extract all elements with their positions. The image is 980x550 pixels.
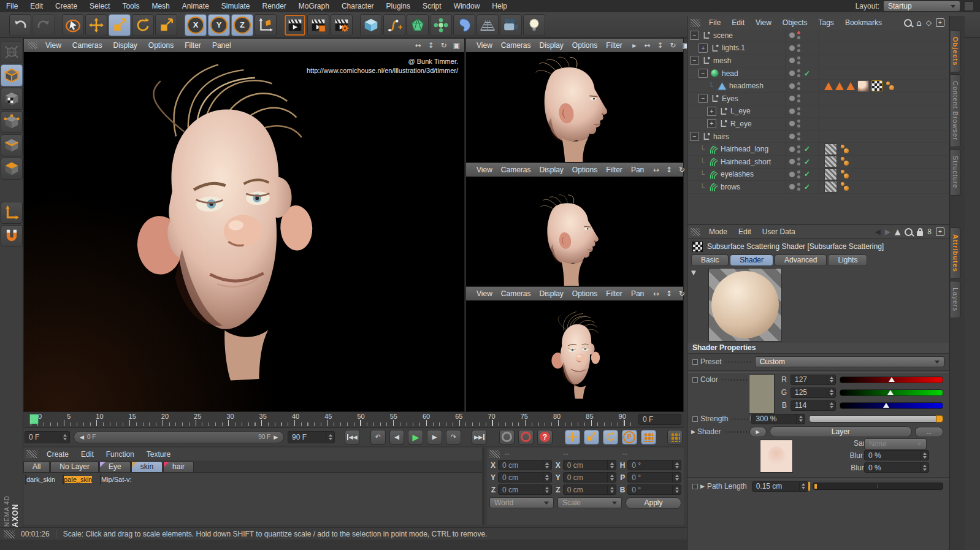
scale-tool-button[interactable] xyxy=(109,14,131,36)
viewport-menu-item[interactable]: Display xyxy=(107,41,142,50)
polygons-mode-button[interactable] xyxy=(1,158,23,180)
material-preview-sphere[interactable] xyxy=(63,475,64,484)
material-menu-item[interactable]: Function xyxy=(100,450,140,459)
viewport-render[interactable] xyxy=(466,177,683,286)
tree-row-brows[interactable]: └brows✓ xyxy=(687,181,949,194)
tri-tag[interactable] xyxy=(824,82,833,90)
expander-plus-icon[interactable]: + xyxy=(707,107,716,116)
position-x-field[interactable]: 0 cm xyxy=(498,460,552,470)
viewport-menu-item[interactable]: Pan xyxy=(627,289,648,298)
visibility-dots[interactable] xyxy=(797,44,800,52)
record-rotation-button[interactable] xyxy=(603,430,618,445)
new-panel-icon[interactable]: + xyxy=(936,227,944,236)
lock-y-axis-button[interactable]: Y xyxy=(208,14,230,36)
frame-range-slider[interactable]: ◀ 0 F 90 F ▶ xyxy=(74,431,284,443)
goto-end-button[interactable]: ▶▶ xyxy=(472,430,487,445)
search-icon[interactable] xyxy=(904,19,912,27)
undo-button[interactable] xyxy=(9,14,31,36)
attribute-tab[interactable]: Lights xyxy=(828,254,867,266)
move-tool-button[interactable] xyxy=(85,14,107,36)
visibility-dots[interactable] xyxy=(797,120,800,128)
range-end-field[interactable]: 90 F xyxy=(288,431,335,443)
color-b-field[interactable]: 114 xyxy=(791,400,836,411)
range-start-field[interactable]: 0 F xyxy=(25,431,70,443)
timeline-options-button[interactable] xyxy=(667,430,683,445)
rotate-view-icon[interactable]: ↻ xyxy=(676,289,687,298)
previous-key-button[interactable]: ↶ xyxy=(370,430,386,445)
tree-row-Hairhead_short[interactable]: └Hairhead_short✓ xyxy=(687,156,949,169)
viewport-menu-item[interactable]: Options xyxy=(568,289,602,298)
layout-switch-icon[interactable] xyxy=(964,1,974,11)
path-length-expander-icon[interactable]: ▶ xyxy=(700,483,705,489)
pan-view-icon[interactable]: ↔ xyxy=(642,41,653,50)
layer-dot[interactable] xyxy=(789,32,795,38)
lock-x-axis-button[interactable]: X xyxy=(185,14,207,36)
apply-button[interactable]: Apply xyxy=(626,497,681,509)
dolly-view-icon[interactable]: ↕ xyxy=(426,41,436,50)
enabled-check-icon[interactable]: ✓ xyxy=(803,183,811,191)
visibility-dots[interactable] xyxy=(797,158,800,166)
menu-item[interactable]: MoGraph xyxy=(293,2,335,10)
size-y-field[interactable]: 0 cm xyxy=(563,472,617,483)
position-z-field[interactable]: 0 cm xyxy=(498,484,552,495)
expander-minus-icon[interactable]: − xyxy=(690,31,699,40)
material-menu-item[interactable]: Texture xyxy=(140,450,177,459)
object-manager-menu-item[interactable]: Bookmarks xyxy=(840,18,887,27)
strength-slider[interactable] xyxy=(809,415,943,422)
attribute-menu-item[interactable]: Edit xyxy=(733,227,757,236)
layer-dot[interactable] xyxy=(789,83,795,89)
enabled-check-icon[interactable]: ✓ xyxy=(803,170,811,178)
expander-plus-icon[interactable]: + xyxy=(707,119,716,128)
viewport-menu-item[interactable]: Cameras xyxy=(497,41,535,50)
color-r-field[interactable]: 127 xyxy=(791,375,836,385)
timeline-ruler[interactable]: 051015202530354045505560657075808590 0 F xyxy=(23,412,684,428)
attribute-menu-item[interactable]: User Data xyxy=(757,227,801,236)
dots-tag[interactable] xyxy=(840,156,850,167)
enable-axis-button[interactable] xyxy=(1,202,23,224)
lock-icon[interactable] xyxy=(917,231,923,236)
keyframe-dot[interactable] xyxy=(692,416,698,422)
viewport-render[interactable] xyxy=(466,52,683,162)
color-swatch[interactable] xyxy=(749,374,775,414)
strength-field[interactable]: 300 % xyxy=(751,414,805,424)
search-icon[interactable] xyxy=(905,228,913,236)
add-light-button[interactable] xyxy=(523,14,545,36)
visibility-dots[interactable] xyxy=(797,145,800,153)
viewport-menu-item[interactable]: Display xyxy=(535,166,567,174)
pan-view-icon[interactable]: ↔ xyxy=(651,166,661,174)
viewport-right-2[interactable]: ViewCamerasDisplayOptionsFilterPan ↔ ↕ ↻… xyxy=(465,162,684,286)
add-deformer-button[interactable] xyxy=(453,14,475,36)
enabled-check-icon[interactable]: ✓ xyxy=(803,158,811,166)
color-g-field[interactable]: 125 xyxy=(791,388,836,398)
shader-more-button[interactable]: ... xyxy=(915,427,943,437)
goto-start-button[interactable]: ◀◀ xyxy=(345,430,360,445)
visibility-dots[interactable] xyxy=(797,56,800,64)
add-floor-object-button[interactable] xyxy=(477,14,499,36)
color-b-slider[interactable] xyxy=(840,402,943,409)
viewport-menu-item[interactable]: Cameras xyxy=(497,166,535,174)
viewport-menu-item[interactable]: Pan xyxy=(627,166,648,174)
visibility-dots[interactable] xyxy=(797,107,800,115)
shader-preset-button[interactable]: ▶ xyxy=(749,427,767,437)
model-mode-button[interactable] xyxy=(1,64,23,86)
layer-dot[interactable] xyxy=(789,121,795,126)
attribute-tab[interactable]: Basic xyxy=(691,254,729,266)
home-icon[interactable]: ⌂ xyxy=(916,18,922,28)
current-frame-field[interactable]: 0 F xyxy=(638,414,681,425)
toggle-view-icon[interactable]: ▣ xyxy=(451,41,462,50)
record-parameter-button[interactable]: P xyxy=(622,430,637,445)
object-manager-menu-item[interactable]: Objects xyxy=(777,18,813,27)
edit-render-settings-button[interactable] xyxy=(331,14,353,36)
slider-right-arrow-icon[interactable]: ▶ xyxy=(274,434,278,440)
live-selection-button[interactable] xyxy=(62,14,84,36)
menu-item[interactable]: Edit xyxy=(24,2,49,10)
dots-tag[interactable] xyxy=(840,144,850,155)
panel-tab[interactable]: Layers xyxy=(951,281,961,318)
material-layer-tab[interactable]: No Layer xyxy=(50,461,99,472)
attribute-tab[interactable]: Advanced xyxy=(775,254,827,266)
panel-tab[interactable]: Content Browser xyxy=(951,74,961,147)
viewport-menu-item[interactable]: View xyxy=(472,166,497,174)
expander-minus-icon[interactable]: − xyxy=(699,94,708,103)
hatch-tag[interactable] xyxy=(824,169,837,180)
path-length-field[interactable]: 0.15 cm xyxy=(752,481,808,492)
